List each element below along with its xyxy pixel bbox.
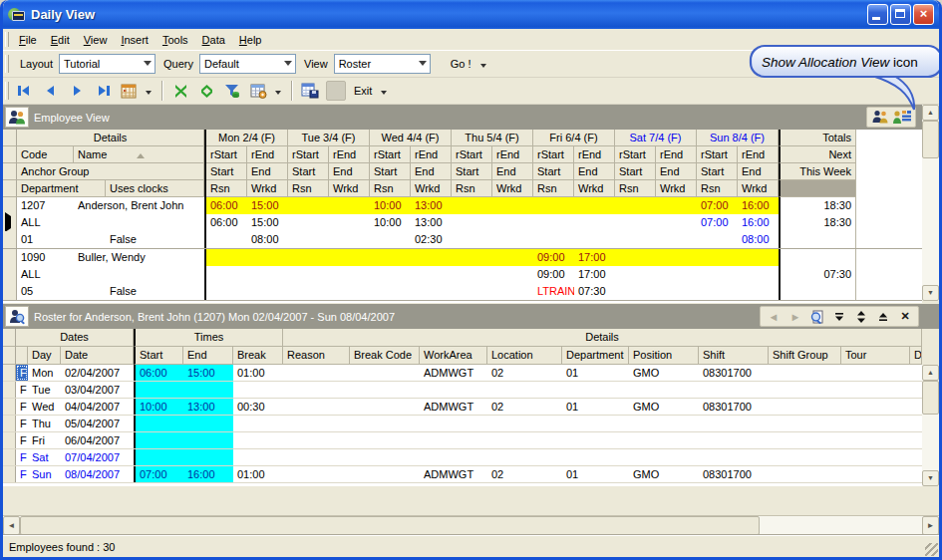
code-column-header[interactable]: Code: [17, 146, 74, 163]
day-cell[interactable]: 10:00: [370, 214, 411, 231]
day-cell[interactable]: [288, 266, 329, 283]
expand-rows-button[interactable]: [194, 80, 218, 102]
shift-group-column-header[interactable]: Shift Group: [769, 347, 841, 365]
workarea-cell[interactable]: ADMWGT: [420, 466, 487, 482]
break-code-cell[interactable]: [350, 416, 420, 431]
day-cell[interactable]: 08:00: [247, 231, 288, 248]
day-cell[interactable]: 15:00: [247, 197, 288, 214]
day-cell[interactable]: [656, 214, 697, 231]
tour-cell[interactable]: [841, 449, 910, 465]
close-panel-button[interactable]: ✕: [894, 308, 916, 326]
tour-cell[interactable]: [841, 416, 910, 431]
day-cell[interactable]: [697, 231, 738, 248]
day-cell[interactable]: [452, 266, 492, 283]
day-cell[interactable]: [656, 266, 697, 283]
go-button[interactable]: Go !: [445, 56, 477, 72]
scroll-down-button[interactable]: ▼: [922, 470, 939, 486]
day-cell[interactable]: 16:00: [738, 214, 779, 231]
day-cell[interactable]: 08:00: [738, 231, 779, 248]
employee-vertical-scrollbar[interactable]: ▲ ▼: [922, 105, 939, 301]
day-cell[interactable]: [370, 231, 411, 248]
day-header-thu[interactable]: Thu 5/4 (F): [452, 130, 533, 146]
scroll-left-button[interactable]: ◄: [3, 516, 20, 535]
break-code-cell[interactable]: [350, 449, 420, 465]
last-record-button[interactable]: [91, 80, 115, 102]
day-cell[interactable]: [206, 231, 247, 248]
day-group-cell[interactable]: [910, 399, 922, 415]
day-group-cell[interactable]: [910, 432, 922, 448]
end-cell[interactable]: [183, 382, 233, 398]
reason-cell[interactable]: [283, 365, 350, 381]
day-cell[interactable]: 15:00: [247, 214, 288, 231]
day-cell[interactable]: [738, 283, 779, 300]
day-cell[interactable]: [574, 197, 615, 214]
workarea-cell[interactable]: [420, 432, 487, 448]
uses-clocks-cell[interactable]: False: [106, 283, 204, 300]
workarea-cell[interactable]: [420, 449, 487, 465]
day-cell[interactable]: [615, 283, 656, 300]
position-cell[interactable]: GMO: [629, 399, 699, 415]
flag-cell[interactable]: F: [16, 365, 28, 381]
name-cell[interactable]: Buller, Wendy: [74, 249, 204, 266]
menu-help[interactable]: Help: [232, 31, 269, 49]
tour-cell[interactable]: [841, 432, 910, 448]
anchor-group-cell[interactable]: ALL: [17, 214, 204, 231]
position-cell[interactable]: GMO: [629, 466, 699, 482]
end-cell[interactable]: 15:00: [183, 365, 233, 381]
day-header-fri[interactable]: Fri 6/4 (F): [533, 130, 615, 146]
day-cell[interactable]: 17:00: [574, 266, 615, 283]
shift-group-cell[interactable]: [769, 382, 841, 398]
flag-cell[interactable]: F: [16, 399, 28, 415]
reason-cell[interactable]: [283, 416, 350, 431]
day-cell[interactable]: [615, 214, 656, 231]
day-cell[interactable]: 13:00: [411, 197, 452, 214]
day-group-cell[interactable]: [910, 365, 922, 381]
date-column-header[interactable]: Date: [61, 347, 134, 365]
day-cell[interactable]: [533, 231, 574, 248]
day-cell[interactable]: [329, 266, 370, 283]
department-cell[interactable]: 01: [17, 231, 106, 248]
collapse-panel-button[interactable]: [828, 308, 850, 326]
break-cell[interactable]: 00:30: [233, 399, 283, 415]
day-cell[interactable]: [574, 214, 615, 231]
day-cell[interactable]: [206, 266, 247, 283]
day-cell[interactable]: 02:30: [411, 231, 452, 248]
day-cell[interactable]: [615, 231, 656, 248]
tour-column-header[interactable]: Tour: [841, 347, 910, 365]
break-code-cell[interactable]: [350, 466, 420, 482]
code-cell[interactable]: 1207: [17, 197, 74, 214]
total-empty-cell[interactable]: [779, 231, 856, 248]
menu-file[interactable]: File: [12, 31, 44, 49]
start-cell[interactable]: 06:00: [134, 365, 183, 381]
break-cell[interactable]: [233, 432, 283, 448]
day-cell[interactable]: [452, 249, 492, 266]
day-cell[interactable]: 10:00: [370, 197, 411, 214]
menu-edit[interactable]: Edit: [44, 31, 77, 49]
workarea-cell[interactable]: [420, 416, 487, 431]
tour-cell[interactable]: [841, 399, 910, 415]
day-cell[interactable]: 06:00: [206, 214, 247, 231]
day-cell[interactable]: [370, 266, 411, 283]
code-cell[interactable]: 1090: [17, 249, 74, 266]
menu-insert[interactable]: Insert: [114, 31, 156, 49]
department-cell[interactable]: 01: [562, 466, 629, 482]
zoom-roster-button[interactable]: [806, 308, 828, 326]
location-cell[interactable]: 02: [487, 466, 562, 482]
day-cell[interactable]: [697, 283, 738, 300]
day-group-cell[interactable]: [910, 416, 922, 431]
break-code-column-header[interactable]: Break Code: [350, 347, 420, 365]
workarea-cell[interactable]: [420, 382, 487, 398]
day-cell[interactable]: Thu: [28, 416, 61, 431]
exit-button[interactable]: Exit: [349, 83, 377, 99]
day-header-sun[interactable]: Sun 8/4 (F): [697, 130, 779, 146]
total-week-cell[interactable]: 18:30: [779, 214, 856, 231]
day-cell[interactable]: Mon: [28, 365, 61, 381]
position-cell[interactable]: GMO: [629, 365, 699, 381]
uses-clocks-cell[interactable]: False: [106, 231, 204, 248]
day-column-header[interactable]: Day: [28, 347, 61, 365]
reason-cell[interactable]: [283, 399, 350, 415]
scrollbar-thumb[interactable]: [922, 121, 939, 158]
scrollbar-thumb[interactable]: [20, 516, 760, 535]
shift-group-cell[interactable]: [769, 365, 841, 381]
location-cell[interactable]: [487, 382, 562, 398]
